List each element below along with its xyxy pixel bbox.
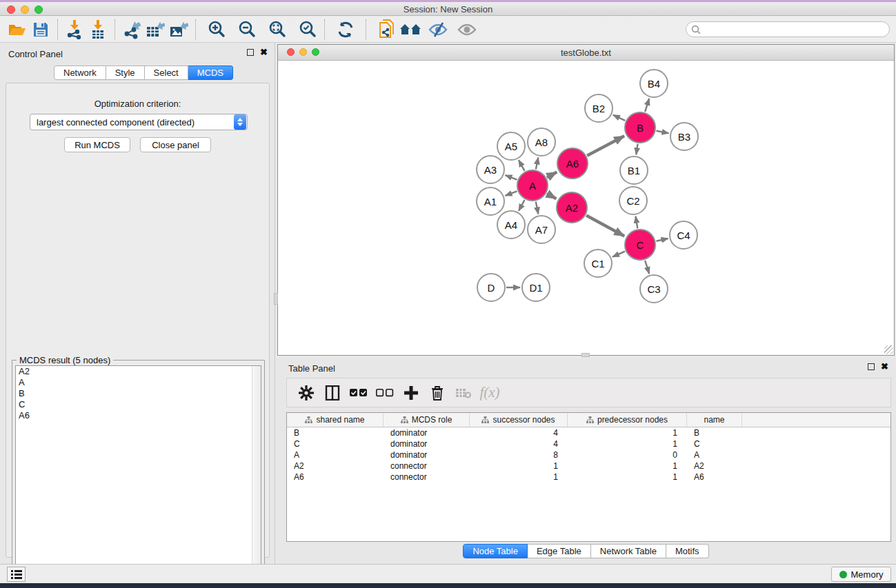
graph-edge-A-A3[interactable] (506, 175, 517, 179)
close-panel-button[interactable]: Close panel (140, 137, 211, 152)
graph-edge-A-A4[interactable] (519, 200, 525, 211)
graph-node-A5[interactable]: A5 (497, 132, 526, 161)
float-table-panel-icon[interactable] (868, 363, 875, 370)
graph-edge-A-A2[interactable] (547, 194, 556, 199)
graph-node-C4[interactable]: C4 (669, 221, 698, 250)
result-list-item[interactable]: A2 (16, 366, 261, 377)
graph-edge-A6-B[interactable] (587, 136, 624, 156)
graph-node-B1[interactable]: B1 (619, 156, 648, 185)
graph-edge-A-A8[interactable] (536, 158, 539, 170)
delete-column-icon[interactable] (424, 381, 450, 405)
window-resize-grip[interactable] (884, 345, 893, 354)
table-cell[interactable]: A2 (687, 460, 742, 472)
column-header-predecessor-nodes[interactable]: predecessor nodes (568, 413, 687, 427)
close-panel-icon[interactable]: ✖ (260, 49, 268, 56)
graph-node-C1[interactable]: C1 (584, 249, 613, 278)
graph-node-D[interactable]: D (477, 273, 506, 302)
show-columns-icon[interactable] (319, 381, 346, 405)
column-header-shared-name[interactable]: shared name (287, 413, 384, 427)
table-row[interactable]: A2connector11A2 (287, 460, 890, 472)
graph-edge-B-B1[interactable] (636, 144, 637, 154)
graph-edge-A2-C[interactable] (586, 215, 624, 236)
zoom-out-icon[interactable] (235, 19, 259, 41)
table-cell[interactable]: 1 (568, 438, 687, 449)
open-session-icon[interactable] (6, 19, 29, 41)
graph-edge-C-C2[interactable] (636, 216, 638, 229)
tab-network[interactable]: Network (54, 65, 106, 80)
table-cell[interactable]: 1 (470, 472, 568, 483)
graph-node-A2[interactable]: A2 (556, 192, 588, 223)
tab-motifs[interactable]: Motifs (666, 544, 709, 558)
tab-node-table[interactable]: Node Table (463, 544, 528, 558)
search-box[interactable] (686, 21, 890, 37)
table-cell[interactable]: 1 (470, 460, 568, 472)
import-network-icon[interactable] (63, 19, 86, 41)
add-column-icon[interactable] (398, 381, 424, 405)
table-cell[interactable]: 8 (470, 449, 568, 460)
graph-edge-B-B4[interactable] (645, 99, 649, 112)
criterion-dropdown[interactable]: largest connected component (directed) (30, 114, 248, 130)
table-cell[interactable]: A2 (287, 460, 384, 472)
graph-edge-A-A1[interactable] (506, 191, 517, 195)
tab-select[interactable]: Select (145, 65, 188, 80)
table-cell[interactable]: B (687, 427, 742, 438)
show-all-eye-icon[interactable] (455, 19, 479, 41)
memory-button[interactable]: Memory (831, 567, 891, 582)
tab-edge-table[interactable]: Edge Table (528, 544, 591, 558)
table-settings-icon[interactable] (293, 381, 319, 405)
graph-edge-A-A6[interactable] (547, 172, 557, 178)
float-panel-icon[interactable] (247, 49, 254, 56)
split-divider-grip-horizontal[interactable] (581, 353, 590, 357)
table-cell[interactable]: A6 (687, 472, 742, 483)
export-table-icon[interactable] (143, 19, 167, 41)
zoom-selected-icon[interactable] (296, 19, 319, 41)
split-divider-grip-vertical[interactable] (274, 293, 278, 305)
table-cell[interactable]: 1 (568, 460, 687, 472)
graph-node-A1[interactable]: A1 (476, 187, 505, 216)
table-cell[interactable]: B (287, 427, 384, 438)
deselect-all-columns-icon[interactable] (372, 381, 398, 405)
graph-node-C2[interactable]: C2 (619, 186, 648, 215)
network-canvas[interactable]: AA1A2A3A4A5A6A7A8BB1B2B3B4CC1C2C3C4DD1 (278, 61, 894, 355)
table-cell[interactable]: dominator (384, 427, 470, 438)
graph-edge-C-C3[interactable] (645, 261, 649, 274)
export-network-icon[interactable] (120, 19, 143, 41)
mcds-result-list[interactable]: A2ABCA6 (15, 365, 261, 588)
graph-node-B3[interactable]: B3 (670, 122, 699, 151)
tab-style[interactable]: Style (106, 65, 145, 80)
table-cell[interactable]: 1 (568, 472, 687, 483)
close-table-panel-icon[interactable]: ✖ (881, 363, 888, 370)
table-cell[interactable]: 1 (568, 427, 687, 438)
table-cell[interactable]: dominator (384, 449, 470, 460)
delete-table-icon[interactable] (450, 381, 477, 405)
graph-node-A8[interactable]: A8 (527, 128, 556, 156)
export-image-icon[interactable] (167, 19, 190, 41)
graph-edge-C-C4[interactable] (656, 239, 668, 241)
column-header-MCDS-role[interactable]: MCDS role (384, 413, 470, 427)
result-list-scrollbar[interactable] (252, 366, 261, 588)
network-file-icon[interactable] (375, 19, 399, 41)
search-input[interactable] (704, 23, 889, 36)
home-icon[interactable] (399, 19, 422, 41)
result-list-item[interactable]: A (16, 377, 261, 388)
table-cell[interactable]: dominator (384, 438, 470, 449)
task-history-button[interactable] (7, 567, 26, 582)
graph-node-D1[interactable]: D1 (521, 273, 550, 302)
table-row[interactable]: Adominator80A (287, 449, 890, 460)
tab-mcds[interactable]: MCDS (188, 65, 233, 80)
select-all-columns-icon[interactable] (346, 381, 372, 405)
hide-selected-eye-icon[interactable] (426, 19, 450, 41)
graph-node-B2[interactable]: B2 (584, 94, 613, 123)
graph-node-B4[interactable]: B4 (639, 69, 668, 98)
graph-node-A7[interactable]: A7 (527, 215, 556, 244)
table-cell[interactable]: C (687, 438, 742, 449)
table-cell[interactable]: A6 (287, 472, 384, 483)
graph-edge-B-B3[interactable] (657, 131, 669, 134)
save-session-icon[interactable] (29, 19, 52, 41)
result-list-item[interactable]: B (16, 388, 261, 399)
graph-edge-A-A7[interactable] (536, 202, 539, 214)
table-cell[interactable]: C (287, 438, 384, 449)
tab-network-table[interactable]: Network Table (591, 544, 666, 558)
table-cell[interactable]: connector (384, 460, 470, 472)
graph-node-A3[interactable]: A3 (476, 155, 505, 184)
